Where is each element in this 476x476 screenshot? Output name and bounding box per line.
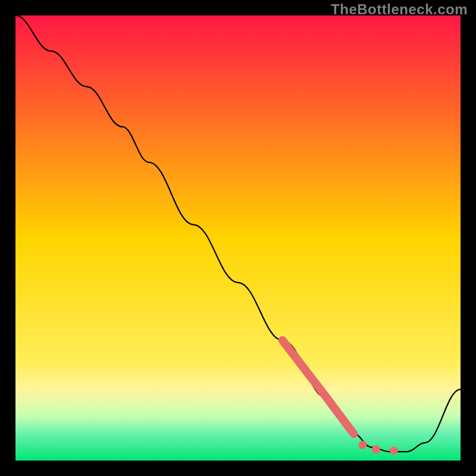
optimum-dot xyxy=(358,441,367,449)
bottleneck-chart xyxy=(15,15,461,461)
watermark-label: TheBottleneck.com xyxy=(331,1,468,18)
optimum-dot xyxy=(390,447,398,455)
optimum-dot xyxy=(372,445,380,453)
gradient-background xyxy=(15,15,461,461)
plot-area xyxy=(15,15,461,461)
chart-frame: TheBottleneck.com xyxy=(0,0,476,476)
